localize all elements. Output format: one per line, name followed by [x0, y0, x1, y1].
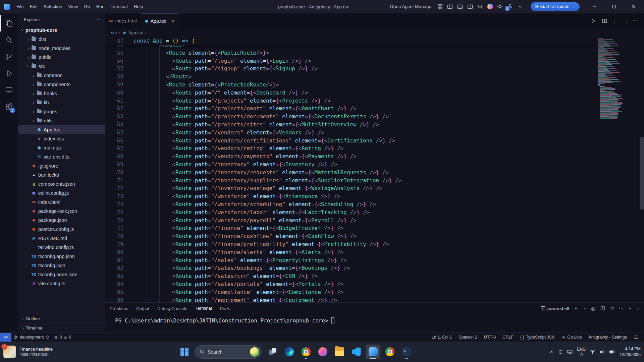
code-line-86[interactable]: 86 <Route path="/equipment" element={<Eq…: [105, 296, 594, 303]
code-line-58[interactable]: 58 </Route>: [105, 73, 594, 81]
tree-item-bun.lockb[interactable]: ●bun.lockb: [18, 170, 105, 179]
problems-item[interactable]: ⊗ 0 ⚠ 0: [52, 333, 74, 342]
taskbar-search[interactable]: Search: [195, 345, 262, 359]
tab-app.tsx[interactable]: ◉App.tsx×: [141, 13, 179, 28]
code-line-63[interactable]: 63 <Route path="/projects/documents" ele…: [105, 113, 594, 121]
code-line-61[interactable]: 61 <Route path="/projects" element={<Pro…: [105, 97, 594, 105]
code-line-47[interactable]: 47const App = () => (: [105, 37, 594, 45]
notifications-bell-icon[interactable]: [631, 333, 641, 342]
tree-item-tsconfig.app.json[interactable]: TStsconfig.app.json: [18, 252, 105, 261]
git-branch-item[interactable]: development: [11, 333, 52, 342]
code-line-66[interactable]: 66 <Route path="/vendors/certifications"…: [105, 137, 594, 145]
editor-more-actions-icon[interactable]: ⋯: [634, 18, 639, 24]
code-line-74[interactable]: 74 <Route path="/workforce/scheduling" e…: [105, 200, 594, 208]
tree-item-utils[interactable]: ›utils: [18, 116, 105, 125]
tree-item-pages[interactable]: ›pages: [18, 107, 105, 116]
tree-item-eslint.config.js[interactable]: ◉eslint.config.js: [18, 188, 105, 197]
remote-explorer-activity-icon[interactable]: [0, 82, 18, 99]
toggle-sidebar-right-icon[interactable]: [467, 4, 473, 10]
navigate-back-icon[interactable]: ←: [613, 18, 618, 24]
tree-item-public[interactable]: ›public: [18, 53, 105, 62]
tree-item-vite-env.d.ts[interactable]: TSvite-env.d.ts: [18, 152, 105, 161]
maximize-panel-icon[interactable]: [628, 307, 632, 310]
tree-item-main.tsx[interactable]: ◉main.tsx: [18, 143, 105, 152]
minimap[interactable]: [598, 38, 626, 119]
menu-help[interactable]: Help: [130, 4, 146, 9]
code-line-71[interactable]: 71 <Route path="/inventory/suppliers" el…: [105, 177, 594, 185]
clock[interactable]: 4:14 PM12/23/2025: [620, 346, 641, 358]
code-line-60[interactable]: 60 <Route path="/" element={<Dashboard /…: [105, 89, 594, 97]
code-line-65[interactable]: 65 <Route path="/vendors" element={<Vend…: [105, 129, 594, 137]
code-line-69[interactable]: 69 <Route path="/inventory" element={<In…: [105, 161, 594, 169]
tree-item-index.html[interactable]: <>index.html: [18, 197, 105, 206]
tree-item-common[interactable]: ›common: [18, 71, 105, 80]
code-line-80[interactable]: 80 <Route path="/finance/alerts" element…: [105, 248, 594, 256]
tab-index.html[interactable]: <>index.html: [105, 13, 141, 28]
kill-terminal-icon[interactable]: [610, 306, 614, 311]
code-line-84[interactable]: 84 <Route path="/sales/portals" element=…: [105, 280, 594, 288]
account-icon[interactable]: 1: [507, 4, 513, 10]
explorer-activity-icon[interactable]: [0, 15, 18, 32]
code-line-64[interactable]: 64 <Route path="/projects/sites" element…: [105, 121, 594, 129]
tree-item-app.tsx[interactable]: ◉App.tsx: [18, 125, 105, 134]
code-line-54[interactable]: 54 <Routes>: [105, 45, 594, 49]
tree-item-index.css[interactable]: #index.css: [18, 134, 105, 143]
language-mode-item[interactable]: { } TypeScript JSX: [518, 333, 557, 342]
battery-icon[interactable]: [609, 350, 615, 354]
volume-icon[interactable]: [600, 350, 605, 354]
language-indicator[interactable]: ENGIN: [577, 347, 586, 357]
tree-item-lib[interactable]: ›lib: [18, 98, 105, 107]
code-line-83[interactable]: 83 <Route path="/sales/crm" element={<CR…: [105, 272, 594, 280]
extensions-activity-icon[interactable]: 3: [0, 99, 18, 115]
vscode-taskbar-button[interactable]: [349, 345, 364, 359]
tree-item-.gitignore[interactable]: ◆.gitignore: [18, 161, 105, 170]
section-timeline[interactable]: ›Timeline: [18, 323, 105, 333]
search-activity-icon[interactable]: [0, 32, 18, 48]
code-line-70[interactable]: 70 <Route path="/inventory/requests" ele…: [105, 169, 594, 177]
tree-item-readme.md[interactable]: MREADME.md: [18, 234, 105, 243]
tree-item-hooks[interactable]: ›hooks: [18, 89, 105, 98]
explorer-more-actions-icon[interactable]: ⋯: [96, 17, 101, 22]
tree-item-components[interactable]: ›components: [18, 80, 105, 89]
code-line-81[interactable]: 81 <Route path="/sales" element={<Proper…: [105, 256, 594, 264]
tree-item-dist[interactable]: ›dist: [18, 35, 105, 44]
tree-item-package.json[interactable]: ◆package.json: [18, 216, 105, 225]
panel-tab-output[interactable]: Output: [136, 303, 149, 314]
task-view-taskbar-button[interactable]: [265, 345, 280, 359]
source-control-activity-icon[interactable]: [0, 48, 18, 65]
tree-item-tailwind.config.ts[interactable]: ≈tailwind.config.ts: [18, 243, 105, 252]
menu-selection[interactable]: Selection: [41, 4, 65, 9]
go-live-item[interactable]: Go Live: [559, 333, 584, 342]
tray-keyboard-icon[interactable]: [567, 350, 573, 354]
encoding-item[interactable]: UTF-8: [482, 333, 498, 342]
settings-sync-item[interactable]: Antigravity - Settings: [586, 333, 629, 342]
tray-chevron-up-icon[interactable]: [550, 350, 554, 354]
search-icon[interactable]: [477, 4, 483, 10]
tree-item-package-lock.json[interactable]: ◆package-lock.json: [18, 206, 105, 216]
menu-view[interactable]: View: [65, 4, 81, 9]
panel-more-actions-icon[interactable]: ⋯: [619, 306, 624, 311]
menu-edit[interactable]: Edit: [27, 4, 41, 9]
terminal-taskbar-button[interactable]: [399, 345, 414, 359]
scrollbar-thumb[interactable]: [640, 137, 644, 209]
split-terminal-icon[interactable]: [600, 306, 605, 311]
tree-item-tsconfig.node.json[interactable]: TStsconfig.node.json: [18, 270, 105, 279]
breadcrumb-item[interactable]: App.tsx: [128, 30, 143, 35]
editor-scrollbar[interactable]: [639, 37, 644, 302]
file-explorer-taskbar-button[interactable]: [332, 345, 347, 359]
close-tab-icon[interactable]: ×: [171, 18, 174, 24]
toggle-sidebar-left-icon[interactable]: [447, 4, 453, 10]
terminal-profile-chevron-icon[interactable]: [583, 307, 586, 310]
code-editor[interactable]: 47const App = () => ( 54 <Routes>55 <Rou…: [105, 37, 644, 302]
tree-item-prophub-core[interactable]: › prophub-core: [18, 25, 105, 35]
eol-item[interactable]: CRLF: [500, 333, 516, 342]
chevron-down-icon[interactable]: [517, 4, 523, 10]
panel-tab-debug-console[interactable]: Debug Console: [157, 303, 187, 314]
panel-tab-problems[interactable]: Problems: [110, 303, 128, 314]
antigravity-taskbar-button[interactable]: [366, 345, 380, 359]
code-line-59[interactable]: 59 <Route element={<ProtectedRoute/>}>: [105, 81, 594, 89]
remote-indicator[interactable]: ><: [0, 333, 11, 342]
open-agent-manager-button[interactable]: Open Agent Manager: [390, 4, 433, 9]
run-file-icon[interactable]: [590, 18, 596, 24]
code-line-82[interactable]: 82 <Route path="/sales/bookings" element…: [105, 264, 594, 272]
